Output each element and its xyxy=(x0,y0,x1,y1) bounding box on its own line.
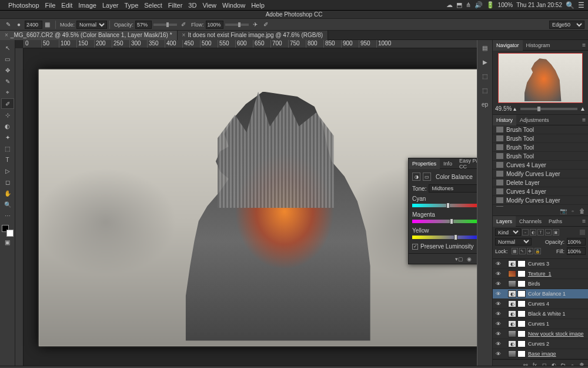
menu-image[interactable]: Image xyxy=(78,2,96,9)
navigator-thumbnail[interactable] xyxy=(498,53,583,103)
move-tool-icon[interactable]: ↖ xyxy=(1,42,14,53)
history-item[interactable]: Brush Tool xyxy=(493,125,588,134)
visibility-toggle-icon[interactable]: 👁 xyxy=(494,281,502,287)
menu-filter[interactable]: Filter xyxy=(168,2,182,9)
layer-name[interactable]: Curves 1 xyxy=(528,321,549,327)
filter-type-icon[interactable]: T xyxy=(537,229,544,236)
spotlight-icon[interactable]: 🔍 xyxy=(566,1,574,9)
brush-preview-icon[interactable]: ● xyxy=(14,20,24,29)
eraser-tool-icon[interactable]: ✦ xyxy=(1,132,14,142)
pressure-size-icon[interactable]: ✐ xyxy=(261,20,270,29)
layer-row[interactable]: 👁◐Curves 1 xyxy=(493,319,588,329)
menu-layer[interactable]: Layer xyxy=(102,2,119,9)
panel-menu-icon[interactable]: ≡ xyxy=(582,218,586,224)
ruler-vertical[interactable] xyxy=(15,48,24,366)
lock-transparent-icon[interactable]: ▦ xyxy=(512,248,518,254)
menu-help[interactable]: Help xyxy=(251,2,265,9)
layer-row[interactable]: 👁New youck stock image xyxy=(493,329,588,339)
flow-slider[interactable] xyxy=(225,24,249,26)
cloud-icon[interactable]: ☁ xyxy=(446,1,453,9)
tab-paths[interactable]: Paths xyxy=(545,216,566,227)
clone-tool-icon[interactable]: ◐ xyxy=(1,121,14,131)
layer-name[interactable]: New youck stock image xyxy=(528,331,584,337)
layer-name[interactable]: Birds xyxy=(528,281,540,287)
history-item[interactable]: Delete Layer xyxy=(493,178,588,187)
preserve-luminosity-checkbox[interactable]: ✓ Preserve Luminosity xyxy=(412,243,477,250)
layer-row[interactable]: 👁◐Curves 2 xyxy=(493,339,588,349)
menu-view[interactable]: View xyxy=(202,2,216,9)
history-item[interactable]: Brush Tool xyxy=(493,134,588,143)
lasso-tool-icon[interactable]: ✥ xyxy=(1,65,14,75)
visibility-toggle-icon[interactable]: 👁 xyxy=(494,291,502,297)
opacity-slider[interactable] xyxy=(153,24,177,26)
layer-name[interactable]: Black & White 1 xyxy=(528,311,566,317)
hand-tool-icon[interactable]: ✋ xyxy=(1,188,14,198)
zoom-in-icon[interactable]: ▲ xyxy=(580,105,586,112)
brush-tool-icon[interactable]: ✐ xyxy=(1,98,14,109)
battery-icon[interactable]: 🔋 xyxy=(486,1,495,9)
layer-row[interactable]: 👁◐Curves 3 xyxy=(493,259,588,269)
trash-icon[interactable]: 🗑 xyxy=(578,361,586,366)
visibility-toggle-icon[interactable]: 👁 xyxy=(494,351,502,357)
group-icon[interactable]: 🗀 xyxy=(559,361,567,366)
tool-preset-icon[interactable]: ✎ xyxy=(4,20,13,29)
close-icon[interactable]: × xyxy=(182,32,186,38)
filter-shape-icon[interactable]: ▭ xyxy=(545,229,552,236)
airbrush-icon[interactable]: ✈ xyxy=(250,20,260,29)
create-document-icon[interactable]: 📷 xyxy=(560,208,567,215)
history-item[interactable]: Curves 4 Layer xyxy=(493,161,588,170)
tab-histogram[interactable]: Histogram xyxy=(523,40,554,51)
lock-all-icon[interactable]: 🔒 xyxy=(534,248,541,254)
opacity-field[interactable] xyxy=(135,21,152,29)
blend-mode-select[interactable]: Normal xyxy=(76,21,107,29)
layer-row[interactable]: 👁Birds xyxy=(493,279,588,289)
quickmask-icon[interactable]: ▣ xyxy=(1,237,14,247)
type-tool-icon[interactable]: T xyxy=(1,154,14,165)
eyedropper-tool-icon[interactable]: ⌖ xyxy=(1,87,14,98)
layer-row[interactable]: 👁Base image xyxy=(493,349,588,359)
color-slider[interactable] xyxy=(412,204,477,207)
brush-panel-icon[interactable]: ▦ xyxy=(42,20,52,29)
tab-navigator[interactable]: Navigator xyxy=(493,40,523,51)
layer-row[interactable]: 👁◐Black & White 1 xyxy=(493,309,588,319)
menu-type[interactable]: Type xyxy=(124,2,138,9)
brush-size-field[interactable] xyxy=(25,21,42,29)
menu-3d[interactable]: 3D xyxy=(188,2,196,9)
visibility-toggle-icon[interactable]: 👁 xyxy=(494,301,502,307)
notifications-icon[interactable]: ☰ xyxy=(578,1,584,9)
close-icon[interactable]: × xyxy=(5,32,8,38)
layer-fill-field[interactable] xyxy=(567,247,586,255)
workspace-select[interactable]: Edge50 xyxy=(549,21,584,29)
zoom-tool-icon[interactable]: 🔍 xyxy=(1,199,14,210)
panel-menu-icon[interactable]: ≡ xyxy=(582,117,586,123)
history-item[interactable]: Brush Tool xyxy=(493,152,588,161)
crop-tool-icon[interactable]: ✎ xyxy=(1,76,14,87)
menu-window[interactable]: Window xyxy=(222,2,245,9)
tab-properties[interactable]: Properties xyxy=(409,158,440,169)
volume-icon[interactable]: 🔊 xyxy=(475,1,483,9)
layer-mask-icon[interactable]: ◻ xyxy=(540,361,548,366)
visibility-toggle-icon[interactable]: 👁 xyxy=(494,261,502,267)
menu-file[interactable]: File xyxy=(45,2,56,9)
visibility-toggle-icon[interactable]: 👁 xyxy=(494,321,502,327)
ruler-horizontal[interactable]: 0501001502002503003504004505005506006507… xyxy=(24,40,477,48)
new-snapshot-icon[interactable]: ▫ xyxy=(569,208,576,215)
shape-tool-icon[interactable]: ◻ xyxy=(1,177,14,187)
tab-adjustments[interactable]: Adjustments xyxy=(516,115,553,125)
navigator-zoom-slider[interactable] xyxy=(520,108,577,110)
panel-icon-2[interactable]: ⬚ xyxy=(480,85,490,95)
dropbox-icon[interactable]: ⬒ xyxy=(456,1,462,9)
history-item[interactable]: Modify Curves Layer xyxy=(493,170,588,178)
panel-menu-icon[interactable]: ≡ xyxy=(582,42,586,48)
tab-history[interactable]: History xyxy=(493,115,516,125)
layer-filter-kind[interactable]: Kind xyxy=(495,228,521,236)
history-item[interactable]: Modify Curves Layer xyxy=(493,196,588,205)
view-previous-icon[interactable]: ◉ xyxy=(465,255,473,263)
healing-tool-icon[interactable]: ⊹ xyxy=(1,110,14,120)
lock-position-icon[interactable]: ✥ xyxy=(527,248,533,254)
layer-name[interactable]: Base image xyxy=(528,351,556,357)
layer-name[interactable]: Texture_1 xyxy=(528,271,552,277)
clip-to-layer-icon[interactable]: ▾▢ xyxy=(455,255,463,263)
easypanel-icon[interactable]: ep xyxy=(480,99,490,110)
properties-panel[interactable]: Properties Info Easy Panel CC »≡ ◑ ▭ Col… xyxy=(408,158,477,264)
